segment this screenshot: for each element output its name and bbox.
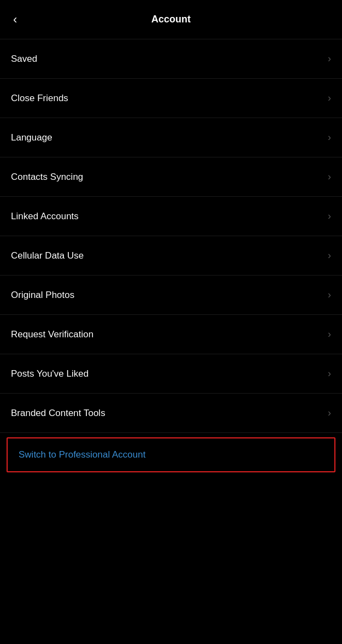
chevron-right-icon: › [328,289,331,301]
menu-item-original-photos[interactable]: Original Photos› [0,276,342,315]
menu-item-saved[interactable]: Saved› [0,39,342,79]
menu-list: Saved›Close Friends›Language›Contacts Sy… [0,39,342,433]
menu-item-request-verification[interactable]: Request Verification› [0,315,342,354]
menu-item-contacts-syncing[interactable]: Contacts Syncing› [0,157,342,197]
menu-item-label-saved: Saved [11,54,37,65]
menu-item-label-original-photos: Original Photos [11,290,74,301]
back-button[interactable]: ‹ [9,8,21,31]
switch-professional-label[interactable]: Switch to Professional Account [19,449,145,460]
chevron-right-icon: › [328,407,331,419]
page-header: ‹ Account [0,0,342,39]
chevron-right-icon: › [328,53,331,65]
chevron-right-icon: › [328,132,331,143]
menu-item-label-cellular-data-use: Cellular Data Use [11,250,84,261]
menu-item-label-request-verification: Request Verification [11,329,93,340]
menu-item-label-close-friends: Close Friends [11,93,68,104]
back-icon: ‹ [13,13,17,27]
menu-item-label-posts-youve-liked: Posts You've Liked [11,368,89,379]
menu-item-label-contacts-syncing: Contacts Syncing [11,172,83,183]
chevron-right-icon: › [328,329,331,340]
menu-item-branded-content-tools[interactable]: Branded Content Tools› [0,394,342,433]
chevron-right-icon: › [328,210,331,222]
menu-item-close-friends[interactable]: Close Friends› [0,79,342,118]
menu-item-language[interactable]: Language› [0,118,342,157]
page-title: Account [151,14,191,25]
app-container: ‹ Account Saved›Close Friends›Language›C… [0,0,342,472]
menu-item-linked-accounts[interactable]: Linked Accounts› [0,197,342,236]
switch-professional-section[interactable]: Switch to Professional Account [7,437,335,472]
chevron-right-icon: › [328,250,331,261]
chevron-right-icon: › [328,368,331,379]
menu-item-posts-youve-liked[interactable]: Posts You've Liked› [0,354,342,394]
menu-item-label-branded-content-tools: Branded Content Tools [11,408,105,419]
chevron-right-icon: › [328,171,331,183]
menu-item-label-language: Language [11,132,52,143]
menu-item-label-linked-accounts: Linked Accounts [11,211,79,222]
menu-item-cellular-data-use[interactable]: Cellular Data Use› [0,236,342,276]
chevron-right-icon: › [328,92,331,104]
